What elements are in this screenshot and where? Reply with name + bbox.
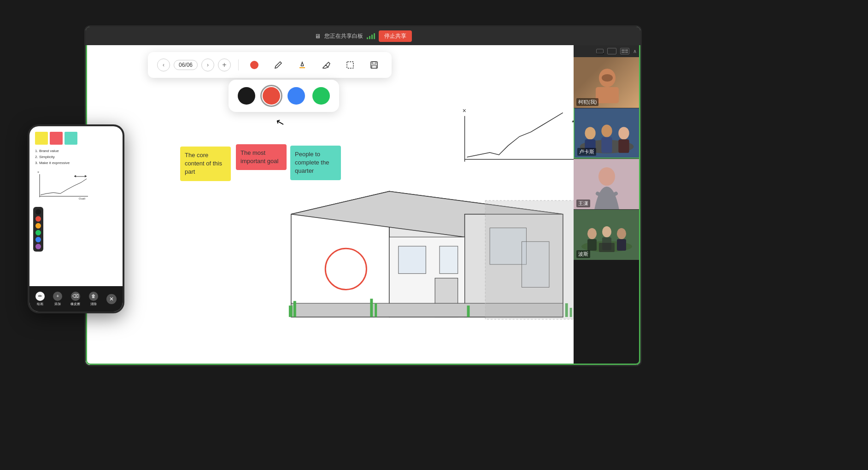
video-thumb-2: 卢卡斯: [574, 108, 640, 159]
svg-rect-21: [370, 299, 373, 317]
signal-icon: [367, 33, 375, 39]
svg-rect-22: [375, 303, 377, 317]
svg-rect-14: [440, 246, 458, 273]
svg-rect-12: [389, 237, 465, 317]
phone-list-item-1: 1. Brand value: [35, 148, 117, 154]
phone-color-palette: [33, 207, 43, 252]
sticky-text-red: The most important goal: [240, 149, 278, 164]
phone-tool-clear[interactable]: 🗑 清除: [89, 292, 98, 306]
nav-section: ‹ 06/06 › +: [157, 59, 231, 71]
next-page-button[interactable]: ›: [201, 59, 214, 71]
svg-rect-15: [490, 228, 526, 264]
highlight-button[interactable]: [294, 57, 311, 73]
laptop-screen: 🖥 您正在共享白板 停止共享 × Qualit: [84, 25, 642, 366]
svg-marker-9: [389, 191, 563, 317]
collapse-sidebar-button[interactable]: ∧: [633, 48, 637, 54]
phone-color-red[interactable]: [35, 216, 41, 222]
view-minimize-button[interactable]: —: [596, 49, 604, 53]
phone-add-icon: +: [53, 292, 62, 301]
phone-color-orange[interactable]: [35, 223, 41, 229]
svg-text:Quali: Quali: [79, 197, 85, 200]
phone-tool-eraser-label: 橡皮擦: [70, 302, 80, 306]
color-button[interactable]: [246, 57, 263, 73]
svg-point-43: [618, 127, 629, 139]
svg-rect-20: [293, 301, 296, 317]
phone-color-green[interactable]: [35, 230, 41, 235]
svg-rect-25: [570, 308, 572, 317]
phone-eraser-icon: ⌫: [71, 292, 80, 301]
svg-rect-54: [617, 239, 626, 251]
svg-rect-23: [467, 306, 470, 317]
sharing-text: 您正在共享白板: [324, 32, 363, 40]
top-bar: 🖥 您正在共享白板 停止共享: [86, 27, 640, 45]
svg-rect-44: [618, 139, 629, 153]
page-indicator: 06/06: [174, 60, 198, 70]
svg-rect-55: [599, 243, 615, 252]
svg-point-29: [325, 248, 366, 289]
svg-point-49: [587, 228, 597, 239]
phone-tool-eraser[interactable]: ⌫ 橡皮擦: [70, 292, 80, 306]
phone-tool-add[interactable]: + 添加: [53, 292, 62, 306]
pen-button[interactable]: [270, 57, 287, 73]
view-normal-button[interactable]: [607, 48, 616, 54]
phone-color-purple[interactable]: [35, 244, 41, 249]
svg-rect-19: [289, 306, 293, 317]
svg-rect-11: [465, 214, 563, 317]
sticky-note-yellow: The core content of this part: [180, 147, 231, 181]
color-green[interactable]: [312, 87, 330, 105]
phone-list-item-2: 2. Simplicity: [35, 154, 117, 160]
svg-rect-24: [565, 303, 568, 317]
save-button[interactable]: [366, 57, 382, 73]
svg-text:×: ×: [463, 107, 466, 114]
sharing-badge: 🖥 您正在共享白板 停止共享: [310, 29, 416, 44]
color-red[interactable]: [263, 87, 280, 105]
phone-tool-draw-label: 绘画: [37, 302, 43, 306]
view-grid-button[interactable]: [620, 48, 629, 54]
phone-tool-add-label: 添加: [54, 302, 61, 306]
svg-rect-33: [372, 65, 376, 68]
color-blue[interactable]: [287, 87, 305, 105]
svg-marker-10: [291, 191, 563, 237]
eraser-button[interactable]: [318, 57, 334, 73]
phone-color-blue[interactable]: [35, 237, 41, 242]
svg-point-51: [602, 226, 611, 237]
color-black[interactable]: [238, 87, 255, 105]
stop-share-button[interactable]: 停止共享: [379, 30, 412, 42]
select-button[interactable]: [342, 57, 358, 73]
toolbar: ‹ 06/06 › +: [148, 52, 392, 78]
phone-graph: × Quali: [35, 170, 90, 200]
current-color-dot: [250, 61, 258, 69]
video-thumb-3: 王潇: [574, 159, 640, 209]
svg-point-35: [602, 74, 613, 82]
svg-rect-36: [596, 87, 619, 103]
sticky-text-teal: People to complete the quarter: [295, 151, 329, 174]
participant-label-1: 柯犯(我): [576, 98, 598, 106]
whiteboard: × Qualit: [86, 45, 640, 365]
svg-rect-13: [399, 246, 426, 273]
add-page-button[interactable]: +: [218, 59, 231, 71]
svg-marker-8: [291, 191, 389, 317]
svg-point-41: [601, 124, 612, 137]
phone-device: 1. Brand value 2. Simplicity 3. Make it …: [28, 124, 124, 313]
svg-text:×: ×: [37, 170, 39, 174]
phone-clear-icon: 🗑: [89, 292, 98, 301]
svg-point-53: [617, 228, 626, 239]
screen-share-icon: 🖥: [315, 33, 321, 40]
participant-label-3: 王潇: [576, 200, 590, 207]
sticky-text-yellow: The core content of this part: [185, 152, 222, 175]
video-thumb-1: 柯犯(我): [574, 57, 640, 108]
video-thumb-4: 波斯: [574, 209, 640, 260]
sidebar-header: — ∧: [574, 45, 640, 57]
phone-sticky-red: [50, 132, 63, 145]
phone-close-button[interactable]: ✕: [106, 294, 117, 304]
svg-rect-16: [522, 241, 549, 287]
prev-page-button[interactable]: ‹: [157, 59, 170, 71]
svg-rect-17: [435, 278, 458, 317]
phone-sticky-yellow: [35, 132, 48, 145]
phone-list-item-3: 3. Make it expressive: [35, 160, 117, 166]
phone-sticky-teal: [65, 132, 77, 145]
phone-color-black[interactable]: [35, 209, 41, 215]
phone-list: 1. Brand value 2. Simplicity 3. Make it …: [35, 148, 117, 166]
phone-tool-draw[interactable]: ✏ 绘画: [35, 292, 45, 306]
phone-stickies: [35, 132, 117, 145]
